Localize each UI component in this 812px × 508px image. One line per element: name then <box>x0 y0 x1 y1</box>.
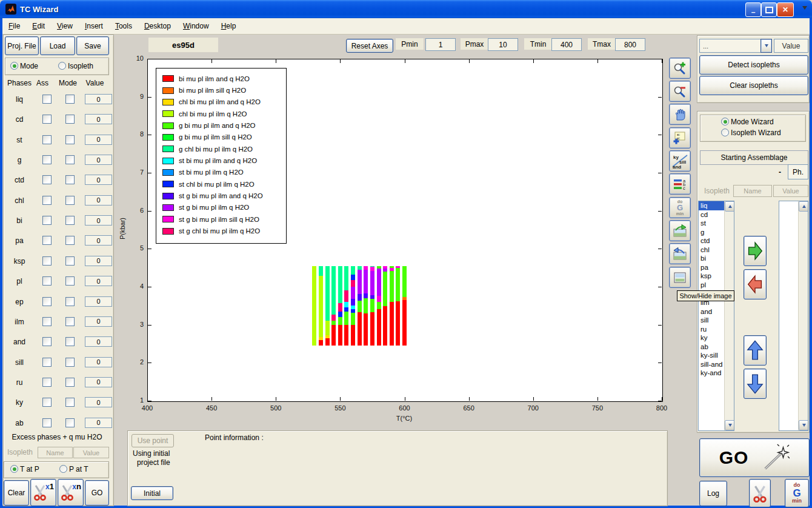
isopleth-dropdown[interactable]: ... <box>699 39 765 53</box>
mode-checkbox-chl[interactable] <box>65 196 75 205</box>
list-item-ctd[interactable]: ctd <box>699 236 724 246</box>
list-item-ky[interactable]: ky <box>699 333 724 343</box>
zoom-in-button[interactable] <box>669 58 691 79</box>
mode-checkbox-g[interactable] <box>65 155 75 164</box>
mode-checkbox-pl[interactable] <box>65 276 75 286</box>
minimize-button[interactable]: – <box>745 2 761 17</box>
close-button[interactable]: ✕ <box>777 2 794 17</box>
selected-phases-listbox[interactable] <box>779 201 808 431</box>
ass-checkbox-pa[interactable] <box>42 236 52 245</box>
menu-tools[interactable]: Tools <box>109 18 138 34</box>
mode-checkbox-liq[interactable] <box>65 95 75 104</box>
menu-insert[interactable]: Insert <box>79 18 109 34</box>
menu-desktop[interactable]: Desktop <box>138 18 177 34</box>
isopleth-value-input[interactable]: Value <box>774 39 808 53</box>
isopleth-wizard-radio[interactable] <box>721 129 729 136</box>
phase-value-pl[interactable]: 0 <box>85 276 112 286</box>
cut-one-button[interactable]: x1 <box>30 479 56 506</box>
list-item-pa[interactable]: pa <box>699 263 724 272</box>
mode-checkbox-ep[interactable] <box>65 297 75 306</box>
phase-value-ru[interactable]: 0 <box>85 377 112 387</box>
load-button[interactable]: Load <box>40 36 75 55</box>
phase-value-bi[interactable]: 0 <box>85 215 112 226</box>
add-phase-button[interactable] <box>744 236 767 266</box>
cut-button[interactable] <box>749 479 771 507</box>
mode-checkbox-ksp[interactable] <box>65 256 75 266</box>
phase-value-pa[interactable]: 0 <box>85 235 112 246</box>
isopleth-name-field[interactable]: Name <box>38 447 73 458</box>
list-item-cd[interactable]: cd <box>699 210 724 219</box>
phase-value-ab[interactable]: 0 <box>85 418 112 428</box>
title-bar[interactable]: TC Wizard <box>0 0 812 18</box>
clear-button[interactable]: Clear <box>4 480 29 506</box>
mode-checkbox-ilm[interactable] <box>65 317 75 326</box>
move-down-button[interactable] <box>744 369 767 399</box>
mode-checkbox-ky[interactable] <box>65 398 75 407</box>
mode-radio[interactable] <box>10 62 18 70</box>
menu-help[interactable]: Help <box>215 18 242 34</box>
mode-checkbox-cd[interactable] <box>65 115 75 124</box>
scroll-up-button[interactable] <box>799 201 808 212</box>
maximize-button[interactable] <box>761 2 777 17</box>
ass-checkbox-ksp[interactable] <box>42 256 52 266</box>
ass-checkbox-sill[interactable] <box>42 358 52 367</box>
do-g-min-toolbar-button[interactable]: do G min <box>669 197 691 218</box>
initial-button[interactable]: Initial <box>131 486 173 500</box>
phase-value-chl[interactable]: 0 <box>85 195 112 206</box>
axis-limit-input-pmax[interactable]: 10 <box>488 38 518 51</box>
ass-checkbox-and[interactable] <box>42 337 52 346</box>
mode-checkbox-sill[interactable] <box>65 358 75 367</box>
isopleth-value-field-right[interactable]: Value <box>773 185 808 197</box>
axis-limit-input-pmin[interactable]: 1 <box>425 38 456 51</box>
scroll-down-button[interactable] <box>799 420 808 430</box>
ass-checkbox-ep[interactable] <box>42 297 52 306</box>
phase-value-ilm[interactable]: 0 <box>85 316 112 327</box>
use-point-button[interactable]: Use point <box>131 434 174 447</box>
phase-value-g[interactable]: 0 <box>85 155 112 165</box>
mode-checkbox-ctd[interactable] <box>65 175 75 184</box>
mode-checkbox-ab[interactable] <box>65 418 75 427</box>
mode-wizard-radio[interactable] <box>721 118 729 125</box>
cut-n-button[interactable]: xn <box>58 479 84 506</box>
zoom-out-button[interactable] <box>669 81 691 102</box>
mode-checkbox-and[interactable] <box>65 337 75 346</box>
ass-checkbox-g[interactable] <box>42 155 52 164</box>
isopleth-name-field-right[interactable]: Name <box>733 185 772 197</box>
pan-button[interactable] <box>669 104 691 125</box>
reset-axes-button[interactable]: Reset Axes <box>346 39 393 53</box>
go-wizard-button[interactable]: GO <box>699 438 810 477</box>
ass-checkbox-cd[interactable] <box>42 115 52 124</box>
ass-checkbox-ilm[interactable] <box>42 317 52 326</box>
clear-isopleths-button[interactable]: Clear isopleths <box>699 76 808 95</box>
ph-field[interactable]: Ph. <box>788 164 808 179</box>
show-hide-image-button[interactable] <box>669 267 691 288</box>
list-item-ru[interactable]: ru <box>699 325 724 334</box>
list-item-sill[interactable]: sill <box>699 316 724 325</box>
phase-value-ep[interactable]: 0 <box>85 296 112 307</box>
axis-limit-input-tmin[interactable]: 400 <box>551 38 582 51</box>
scroll-down-button[interactable] <box>725 420 734 430</box>
ass-checkbox-ab[interactable] <box>42 418 52 427</box>
ass-checkbox-ky[interactable] <box>42 398 52 407</box>
phase-value-liq[interactable]: 0 <box>85 94 112 104</box>
scroll-up-button[interactable] <box>725 201 734 212</box>
menu-view[interactable]: View <box>51 18 79 34</box>
detect-isopleths-button[interactable]: Detect isopleths <box>699 55 808 75</box>
image-forward-button[interactable] <box>669 220 691 241</box>
proj-file-button[interactable]: Proj. File <box>5 36 39 55</box>
list-item-ksp[interactable]: ksp <box>699 272 724 281</box>
datatip-button[interactable]: x: y: <box>669 127 691 149</box>
phase-value-st[interactable]: 0 <box>85 135 112 145</box>
mode-checkbox-st[interactable] <box>65 135 75 144</box>
list-item-ky-sill[interactable]: ky-sill <box>699 351 724 360</box>
list-item-chl[interactable]: chl <box>699 246 724 255</box>
ass-checkbox-ctd[interactable] <box>42 175 52 184</box>
ass-checkbox-ru[interactable] <box>42 378 52 387</box>
phase-value-ctd[interactable]: 0 <box>85 175 112 185</box>
move-up-button[interactable] <box>744 335 767 366</box>
phase-value-ksp[interactable]: 0 <box>85 256 112 266</box>
ky-sill-and-lines-button[interactable]: ky sill and <box>669 150 691 172</box>
t-at-p-radio[interactable] <box>10 465 18 473</box>
go-small-button[interactable]: GO <box>85 480 109 506</box>
available-phases-listbox[interactable]: liqcdstgctdchlbipakspplepilmandsillrukya… <box>698 201 734 431</box>
